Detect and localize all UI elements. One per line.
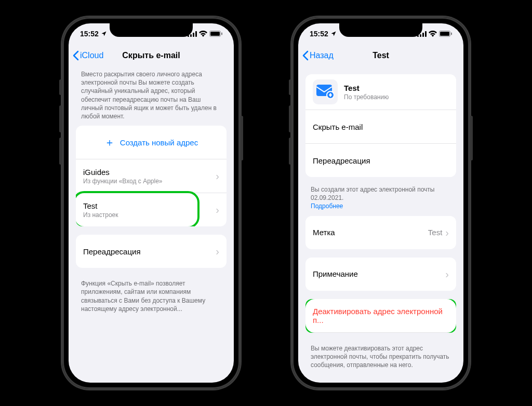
chevron-right-icon: › bbox=[216, 205, 219, 215]
card-subtitle: По требованию bbox=[344, 93, 389, 101]
group-deactivate: Деактивировать адрес электронной п... bbox=[305, 299, 456, 333]
status-time: 15:52 bbox=[310, 30, 337, 38]
note-cell[interactable]: Примечание › bbox=[305, 258, 456, 291]
mute-switch bbox=[59, 79, 62, 95]
item-title: iGuides bbox=[83, 168, 163, 177]
volume-up bbox=[59, 105, 62, 132]
mute-switch bbox=[289, 79, 291, 95]
chevron-right-icon: › bbox=[216, 171, 219, 181]
chevron-right-icon: › bbox=[445, 227, 449, 238]
label-value: Test bbox=[428, 228, 446, 237]
forward-cell[interactable]: Переадресация bbox=[305, 144, 456, 177]
content-area[interactable]: Вместо раскрытия своего личного адреса э… bbox=[69, 67, 234, 383]
forward-label: Переадресация bbox=[313, 156, 370, 165]
item-subtitle: Из настроек bbox=[83, 211, 118, 219]
time-text: 15:52 bbox=[310, 30, 328, 38]
created-text: Вы создали этот адрес электронной почты … bbox=[305, 185, 456, 216]
wifi-icon bbox=[429, 31, 437, 37]
mail-icon bbox=[313, 79, 338, 104]
notch bbox=[339, 23, 422, 37]
power-button bbox=[470, 116, 473, 160]
group-header-card: Test По требованию Скрыть e-mail Переадр… bbox=[305, 74, 456, 177]
list-item-iguides[interactable]: iGuides Из функции «Вход с Apple» › bbox=[76, 159, 227, 193]
battery-icon bbox=[439, 31, 452, 37]
content-area[interactable]: Test По требованию Скрыть e-mail Переадр… bbox=[298, 67, 463, 383]
deactivate-label: Деактивировать адрес электронной п... bbox=[313, 307, 449, 324]
volume-up bbox=[289, 105, 291, 132]
wifi-icon bbox=[199, 31, 207, 37]
list-item-test[interactable]: Test Из настроек › bbox=[76, 193, 227, 226]
item-subtitle: Из функции «Вход с Apple» bbox=[83, 178, 163, 185]
screen: 15:52 Назад Test bbox=[298, 23, 463, 383]
chevron-right-icon: › bbox=[445, 269, 449, 279]
chevron-right-icon: › bbox=[216, 246, 219, 256]
notch bbox=[110, 23, 193, 37]
svg-rect-8 bbox=[420, 34, 421, 37]
screenshot-container: 15:52 iCloud Скрыть e-mail Вместо раскры… bbox=[0, 0, 532, 406]
footer-text: Функция «Скрыть e-mail» позволяет прилож… bbox=[76, 276, 227, 318]
back-label: iCloud bbox=[80, 51, 103, 60]
svg-rect-10 bbox=[425, 31, 427, 37]
group-label: Метка Test › bbox=[305, 216, 456, 249]
svg-rect-3 bbox=[195, 31, 197, 37]
deactivate-footer: Вы можете деактивировать этот адрес элек… bbox=[305, 341, 456, 375]
volume-down bbox=[289, 138, 291, 165]
location-icon bbox=[330, 31, 337, 37]
deactivate-button[interactable]: Деактивировать адрес электронной п... bbox=[305, 299, 456, 333]
note-label: Примечание bbox=[313, 269, 358, 278]
create-label: Создать новый адрес bbox=[120, 138, 198, 147]
hide-email-cell[interactable]: Скрыть e-mail bbox=[305, 110, 456, 144]
plus-icon: ＋ bbox=[104, 137, 115, 147]
forward-label: Переадресация bbox=[83, 247, 141, 256]
chevron-left-icon bbox=[302, 50, 309, 61]
group-forward: Переадресация › bbox=[76, 235, 227, 268]
group-create: ＋ Создать новый адрес iGuides Из функции… bbox=[76, 126, 227, 226]
nav-bar: Назад Test bbox=[298, 44, 463, 67]
forward-cell[interactable]: Переадресация › bbox=[76, 235, 227, 268]
svg-rect-5 bbox=[210, 32, 220, 36]
phone-right: 15:52 Назад Test bbox=[292, 17, 470, 389]
header-card: Test По требованию bbox=[305, 74, 456, 110]
svg-rect-2 bbox=[193, 33, 194, 37]
status-icons bbox=[188, 31, 222, 37]
label-cell[interactable]: Метка Test › bbox=[305, 216, 456, 249]
location-icon bbox=[101, 31, 107, 37]
intro-text: Вместо раскрытия своего личного адреса э… bbox=[76, 67, 227, 126]
phone-left: 15:52 iCloud Скрыть e-mail Вместо раскры… bbox=[62, 17, 240, 389]
power-button bbox=[241, 116, 243, 160]
back-button[interactable]: Назад bbox=[302, 50, 334, 61]
svg-rect-9 bbox=[422, 33, 424, 37]
card-title: Test bbox=[344, 84, 389, 92]
back-button[interactable]: iCloud bbox=[73, 50, 103, 61]
status-icons bbox=[417, 31, 452, 37]
battery-icon bbox=[209, 31, 222, 37]
item-title: Test bbox=[83, 201, 118, 210]
back-label: Назад bbox=[310, 51, 334, 60]
more-link[interactable]: Подробнее bbox=[311, 202, 343, 210]
screen: 15:52 iCloud Скрыть e-mail Вместо раскры… bbox=[69, 23, 234, 383]
created-label: Вы создали этот адрес электронной почты … bbox=[311, 186, 434, 201]
svg-rect-13 bbox=[451, 33, 452, 35]
nav-bar: iCloud Скрыть e-mail bbox=[69, 44, 234, 67]
volume-down bbox=[59, 138, 62, 165]
label-title: Метка bbox=[313, 228, 335, 237]
svg-rect-12 bbox=[440, 32, 449, 36]
hide-label: Скрыть e-mail bbox=[313, 123, 363, 131]
time-text: 15:52 bbox=[80, 30, 99, 38]
chevron-left-icon bbox=[73, 50, 79, 61]
status-time: 15:52 bbox=[80, 30, 107, 38]
create-address-button[interactable]: ＋ Создать новый адрес bbox=[76, 126, 227, 159]
group-note: Примечание › bbox=[305, 258, 456, 291]
svg-rect-6 bbox=[221, 33, 222, 35]
svg-rect-1 bbox=[190, 34, 192, 37]
